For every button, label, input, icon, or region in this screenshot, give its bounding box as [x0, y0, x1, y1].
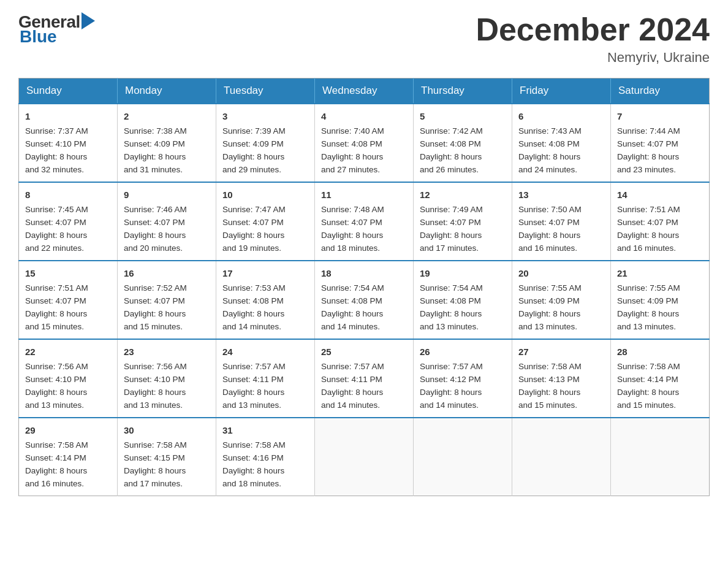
sunset-label: Sunset: 4:11 PM [321, 375, 382, 384]
day-number: 9 [124, 188, 210, 202]
day-number: 2 [124, 109, 210, 123]
daylight-minutes: and 18 minutes. [222, 479, 281, 488]
daylight-minutes: and 15 minutes. [617, 400, 676, 410]
daylight-minutes: and 15 minutes. [518, 400, 577, 410]
header-sunday: Sunday [19, 79, 118, 104]
daylight-minutes: and 15 minutes. [25, 322, 84, 331]
daylight-label: Daylight: 8 hours [25, 466, 87, 475]
daylight-label: Daylight: 8 hours [617, 231, 679, 240]
table-row: 11 Sunrise: 7:48 AM Sunset: 4:07 PM Dayl… [315, 182, 414, 261]
daylight-label: Daylight: 8 hours [222, 466, 284, 475]
daylight-label: Daylight: 8 hours [420, 309, 482, 318]
daylight-label: Daylight: 8 hours [420, 231, 482, 240]
table-row [315, 418, 414, 496]
day-number: 12 [420, 188, 506, 202]
table-row: 21 Sunrise: 7:55 AM Sunset: 4:09 PM Dayl… [611, 261, 710, 339]
daylight-label: Daylight: 8 hours [25, 309, 87, 318]
day-number: 28 [617, 345, 703, 359]
table-row: 4 Sunrise: 7:40 AM Sunset: 4:08 PM Dayli… [315, 104, 414, 182]
daylight-label: Daylight: 8 hours [222, 231, 284, 240]
sunset-label: Sunset: 4:07 PM [222, 218, 284, 227]
table-row: 22 Sunrise: 7:56 AM Sunset: 4:10 PM Dayl… [19, 339, 118, 418]
sunset-label: Sunset: 4:09 PM [518, 296, 580, 305]
svg-marker-0 [82, 12, 95, 29]
daylight-label: Daylight: 8 hours [222, 309, 284, 318]
sunset-label: Sunset: 4:08 PM [321, 139, 382, 148]
daylight-label: Daylight: 8 hours [124, 466, 186, 475]
sunset-label: Sunset: 4:07 PM [25, 296, 86, 305]
sunset-label: Sunset: 4:07 PM [124, 296, 185, 305]
month-title: December 2024 [476, 12, 710, 47]
day-number: 26 [420, 345, 506, 359]
sunrise-label: Sunrise: 7:37 AM [25, 126, 88, 136]
sunrise-label: Sunrise: 7:39 AM [222, 126, 286, 136]
daylight-minutes: and 23 minutes. [617, 165, 676, 174]
sunset-label: Sunset: 4:07 PM [617, 218, 678, 227]
daylight-minutes: and 18 minutes. [321, 243, 380, 253]
daylight-minutes: and 13 minutes. [420, 322, 479, 331]
daylight-minutes: and 13 minutes. [25, 400, 84, 410]
table-row: 29 Sunrise: 7:58 AM Sunset: 4:14 PM Dayl… [19, 418, 118, 496]
sunrise-label: Sunrise: 7:58 AM [25, 440, 88, 450]
day-number: 1 [25, 109, 111, 123]
table-row: 9 Sunrise: 7:46 AM Sunset: 4:07 PM Dayli… [118, 182, 216, 261]
sunset-label: Sunset: 4:08 PM [321, 296, 382, 305]
header-friday: Friday [512, 79, 611, 104]
table-row: 10 Sunrise: 7:47 AM Sunset: 4:07 PM Dayl… [216, 182, 315, 261]
day-number: 18 [321, 266, 407, 280]
daylight-label: Daylight: 8 hours [617, 309, 679, 318]
table-row: 23 Sunrise: 7:56 AM Sunset: 4:10 PM Dayl… [118, 339, 216, 418]
day-number: 31 [222, 423, 308, 437]
table-row: 28 Sunrise: 7:58 AM Sunset: 4:14 PM Dayl… [611, 339, 710, 418]
calendar-week-row: 15 Sunrise: 7:51 AM Sunset: 4:07 PM Dayl… [19, 261, 710, 339]
calendar-week-row: 1 Sunrise: 7:37 AM Sunset: 4:10 PM Dayli… [19, 104, 710, 182]
table-row: 19 Sunrise: 7:54 AM Sunset: 4:08 PM Dayl… [414, 261, 512, 339]
daylight-minutes: and 16 minutes. [25, 479, 84, 488]
sunrise-label: Sunrise: 7:45 AM [25, 205, 88, 214]
table-row: 1 Sunrise: 7:37 AM Sunset: 4:10 PM Dayli… [19, 104, 118, 182]
table-row: 6 Sunrise: 7:43 AM Sunset: 4:08 PM Dayli… [512, 104, 611, 182]
sunset-label: Sunset: 4:07 PM [518, 218, 580, 227]
table-row: 7 Sunrise: 7:44 AM Sunset: 4:07 PM Dayli… [611, 104, 710, 182]
header-thursday: Thursday [414, 79, 512, 104]
daylight-minutes: and 26 minutes. [420, 165, 479, 174]
calendar-week-row: 22 Sunrise: 7:56 AM Sunset: 4:10 PM Dayl… [19, 339, 710, 418]
day-number: 15 [25, 266, 111, 280]
sunrise-label: Sunrise: 7:48 AM [321, 205, 384, 214]
daylight-label: Daylight: 8 hours [124, 231, 186, 240]
table-row: 17 Sunrise: 7:53 AM Sunset: 4:08 PM Dayl… [216, 261, 315, 339]
table-row: 31 Sunrise: 7:58 AM Sunset: 4:16 PM Dayl… [216, 418, 315, 496]
daylight-minutes: and 31 minutes. [124, 165, 183, 174]
daylight-label: Daylight: 8 hours [124, 309, 186, 318]
sunset-label: Sunset: 4:10 PM [25, 375, 86, 384]
sunrise-label: Sunrise: 7:58 AM [222, 440, 286, 450]
title-area: December 2024 Nemyriv, Ukraine [476, 12, 710, 66]
header-saturday: Saturday [611, 79, 710, 104]
table-row [414, 418, 512, 496]
sunrise-label: Sunrise: 7:58 AM [124, 440, 187, 450]
day-number: 30 [124, 423, 210, 437]
daylight-minutes: and 15 minutes. [124, 322, 183, 331]
daylight-label: Daylight: 8 hours [518, 388, 580, 397]
day-number: 13 [518, 188, 604, 202]
sunset-label: Sunset: 4:07 PM [617, 139, 678, 148]
table-row: 12 Sunrise: 7:49 AM Sunset: 4:07 PM Dayl… [414, 182, 512, 261]
daylight-minutes: and 29 minutes. [222, 165, 281, 174]
daylight-minutes: and 19 minutes. [222, 243, 281, 253]
day-number: 3 [222, 109, 308, 123]
logo-blue-text: Blue [20, 27, 57, 47]
daylight-label: Daylight: 8 hours [321, 388, 383, 397]
sunrise-label: Sunrise: 7:50 AM [518, 205, 582, 214]
sunset-label: Sunset: 4:14 PM [617, 375, 678, 384]
daylight-minutes: and 13 minutes. [222, 400, 281, 410]
sunrise-label: Sunrise: 7:40 AM [321, 126, 384, 136]
sunrise-label: Sunrise: 7:58 AM [518, 362, 582, 371]
sunrise-label: Sunrise: 7:49 AM [420, 205, 483, 214]
day-number: 6 [518, 109, 604, 123]
daylight-label: Daylight: 8 hours [617, 152, 679, 161]
sunset-label: Sunset: 4:08 PM [420, 296, 481, 305]
daylight-minutes: and 22 minutes. [25, 243, 84, 253]
day-number: 19 [420, 266, 506, 280]
sunrise-label: Sunrise: 7:51 AM [617, 205, 680, 214]
sunset-label: Sunset: 4:14 PM [25, 453, 86, 462]
